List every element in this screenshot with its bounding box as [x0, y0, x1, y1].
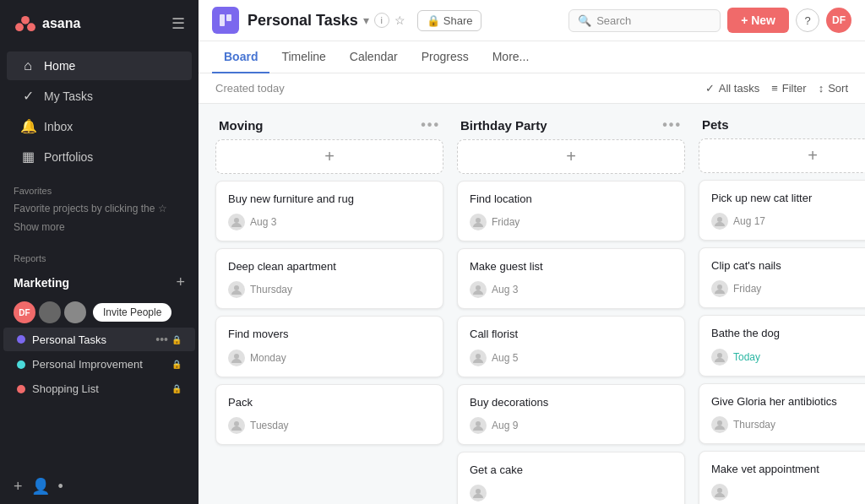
- more-bottom-icon[interactable]: •: [58, 478, 63, 496]
- task-date: Monday: [250, 352, 286, 364]
- tab-progress[interactable]: Progress: [410, 41, 481, 73]
- svg-point-7: [234, 354, 239, 359]
- add-marketing-project-button[interactable]: +: [176, 274, 185, 291]
- sidebar-item-inbox[interactable]: 🔔 Inbox: [7, 111, 192, 141]
- task-card[interactable]: Bathe the dog Today: [699, 315, 865, 376]
- task-card[interactable]: Clip cat's nails Friday: [699, 247, 865, 308]
- invite-people-button[interactable]: Invite People: [93, 303, 171, 322]
- project-left-personal-improvement: Personal Improvement: [17, 358, 143, 371]
- user-bottom-icon[interactable]: 👤: [31, 477, 50, 496]
- task-assignee-icon: [470, 417, 487, 434]
- task-title: Deep clean apartment: [228, 259, 431, 274]
- sidebar-toggle-icon[interactable]: ☰: [171, 14, 185, 33]
- filter-button[interactable]: ≡ Filter: [771, 82, 806, 95]
- task-date: Aug 3: [250, 216, 276, 228]
- task-title: Clip cat's nails: [711, 258, 865, 274]
- task-meta: Aug 5: [470, 350, 672, 366]
- sidebar-item-portfolios[interactable]: ▦ Portfolios: [7, 142, 192, 171]
- task-card[interactable]: Make vet appointment: [699, 451, 865, 504]
- task-card[interactable]: Find location Friday: [457, 181, 685, 241]
- task-card[interactable]: Deep clean apartment Thursday: [215, 248, 443, 309]
- board-header-right: ✓ All tasks ≡ Filter ↕ Sort: [705, 82, 848, 95]
- column-title-birthday-party: Birthday Party: [460, 118, 547, 133]
- sort-button[interactable]: ↕ Sort: [819, 82, 848, 95]
- task-assignee-icon: [711, 484, 728, 501]
- all-tasks-button[interactable]: ✓ All tasks: [705, 82, 759, 95]
- task-title: Find movers: [228, 327, 431, 342]
- sidebar-item-home-label: Home: [44, 59, 75, 73]
- add-task-pets[interactable]: +: [699, 138, 865, 173]
- task-card[interactable]: Buy decorations Aug 9: [457, 384, 685, 445]
- show-more-link[interactable]: Show more: [0, 218, 199, 236]
- task-assignee-icon: [228, 417, 245, 434]
- info-icon[interactable]: i: [374, 13, 389, 28]
- task-assignee-icon: [228, 350, 245, 366]
- svg-rect-4: [226, 14, 231, 21]
- task-assignee-icon: [228, 281, 245, 298]
- task-assignee-icon: [711, 280, 728, 297]
- task-card[interactable]: Find movers Monday: [215, 316, 443, 377]
- sidebar-item-personal-improvement[interactable]: Personal Improvement 🔒: [3, 353, 195, 376]
- personal-tasks-lock-icon: 🔒: [171, 335, 182, 344]
- topbar-icons: ▾ i ☆: [363, 13, 405, 28]
- column-title-pets: Pets: [702, 117, 729, 132]
- chevron-down-icon[interactable]: ▾: [363, 14, 369, 27]
- task-date: Aug 9: [492, 420, 518, 431]
- personal-tasks-menu-icon[interactable]: •••: [155, 333, 168, 346]
- column-title-moving: Moving: [219, 118, 264, 133]
- user-avatar[interactable]: DF: [826, 8, 851, 33]
- svg-rect-3: [220, 14, 225, 26]
- task-title: Get a cake: [470, 463, 672, 478]
- filter-label: Filter: [782, 82, 807, 95]
- topbar-title-area: Personal Tasks ▾ i ☆ 🔒 Share: [248, 10, 560, 31]
- all-tasks-icon: ✓: [705, 82, 715, 95]
- svg-point-15: [717, 285, 722, 290]
- personal-tasks-label: Personal Tasks: [32, 333, 106, 346]
- tab-more[interactable]: More...: [481, 41, 541, 73]
- main-content: Personal Tasks ▾ i ☆ 🔒 Share 🔍 Search + …: [199, 0, 865, 504]
- new-button[interactable]: + New: [727, 8, 789, 33]
- task-meta: Thursday: [711, 416, 865, 433]
- board-area: Moving ••• + Buy new furniture and rug A…: [199, 104, 865, 504]
- shopping-list-lock-icon: 🔒: [171, 384, 182, 393]
- sidebar-item-shopping-list[interactable]: Shopping List 🔒: [3, 377, 195, 400]
- task-card[interactable]: Pick up new cat litter Aug 17: [699, 180, 865, 241]
- share-button[interactable]: 🔒 Share: [417, 10, 482, 31]
- board-icon: [218, 13, 233, 28]
- task-card[interactable]: Pack Tuesday: [215, 384, 443, 445]
- sidebar-item-portfolios-label: Portfolios: [44, 150, 93, 164]
- task-meta: Friday: [470, 214, 672, 230]
- add-task-birthday-party[interactable]: +: [457, 139, 685, 174]
- column-menu-birthday-party[interactable]: •••: [662, 117, 682, 133]
- help-button[interactable]: ?: [796, 8, 819, 32]
- task-card[interactable]: Make guest list Aug 3: [457, 248, 685, 309]
- task-assignee-icon: [470, 214, 487, 230]
- sidebar-nav: ⌂ Home ✓ My Tasks 🔔 Inbox ▦ Portfolios: [0, 47, 199, 176]
- task-card[interactable]: Give Gloria her antibiotics Thursday: [699, 383, 865, 444]
- board-header: Created today ✓ All tasks ≡ Filter ↕ Sor…: [199, 73, 865, 104]
- task-card[interactable]: Call florist Aug 5: [457, 316, 685, 377]
- task-title: Make guest list: [470, 259, 672, 274]
- tab-board[interactable]: Board: [212, 41, 269, 73]
- add-task-moving[interactable]: +: [215, 139, 443, 174]
- add-bottom-icon[interactable]: +: [14, 478, 23, 496]
- task-card[interactable]: Buy new furniture and rug Aug 3: [215, 181, 443, 241]
- share-label: Share: [443, 14, 473, 27]
- sidebar-item-personal-tasks[interactable]: Personal Tasks ••• 🔒: [3, 328, 195, 351]
- tab-calendar[interactable]: Calendar: [338, 41, 410, 73]
- task-assignee-icon: [711, 416, 728, 433]
- task-date: Friday: [733, 283, 761, 295]
- column-menu-moving[interactable]: •••: [421, 117, 440, 133]
- search-box[interactable]: 🔍 Search: [569, 9, 721, 32]
- search-placeholder-text: Search: [596, 14, 631, 27]
- tab-timeline[interactable]: Timeline: [269, 41, 337, 73]
- star-icon[interactable]: ☆: [394, 14, 405, 27]
- asana-logo[interactable]: asana: [14, 12, 80, 35]
- task-card[interactable]: Get a cake: [457, 452, 685, 504]
- sidebar-item-home[interactable]: ⌂ Home: [7, 51, 192, 80]
- sidebar-item-my-tasks[interactable]: ✓ My Tasks: [7, 81, 192, 111]
- task-assignee-icon: [470, 485, 487, 501]
- task-date: Thursday: [250, 284, 292, 295]
- task-meta: Today: [711, 349, 865, 366]
- project-right-personal-improvement: 🔒: [171, 360, 182, 369]
